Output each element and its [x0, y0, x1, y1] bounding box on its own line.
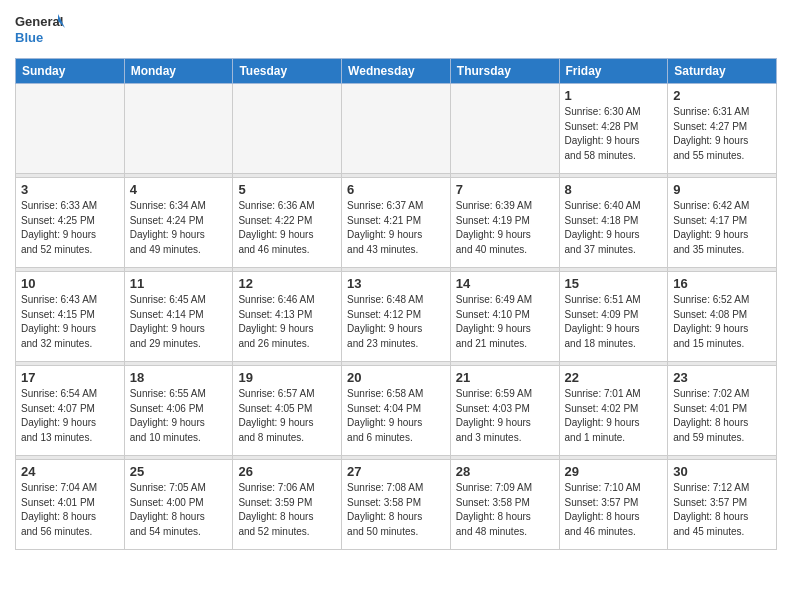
day-info: Sunrise: 6:40 AMSunset: 4:18 PMDaylight:…	[565, 199, 663, 257]
day-number: 7	[456, 182, 554, 197]
day-info: Sunrise: 6:42 AMSunset: 4:17 PMDaylight:…	[673, 199, 771, 257]
day-number: 11	[130, 276, 228, 291]
calendar-day-cell: 21Sunrise: 6:59 AMSunset: 4:03 PMDayligh…	[450, 366, 559, 456]
day-number: 10	[21, 276, 119, 291]
day-info: Sunrise: 6:39 AMSunset: 4:19 PMDaylight:…	[456, 199, 554, 257]
calendar-header-row: SundayMondayTuesdayWednesdayThursdayFrid…	[16, 59, 777, 84]
day-number: 24	[21, 464, 119, 479]
calendar-day-cell: 5Sunrise: 6:36 AMSunset: 4:22 PMDaylight…	[233, 178, 342, 268]
calendar-day-cell: 30Sunrise: 7:12 AMSunset: 3:57 PMDayligh…	[668, 460, 777, 550]
day-number: 2	[673, 88, 771, 103]
svg-text:Blue: Blue	[15, 30, 43, 45]
day-info: Sunrise: 7:10 AMSunset: 3:57 PMDaylight:…	[565, 481, 663, 539]
col-header-wednesday: Wednesday	[342, 59, 451, 84]
day-number: 26	[238, 464, 336, 479]
day-info: Sunrise: 6:43 AMSunset: 4:15 PMDaylight:…	[21, 293, 119, 351]
calendar-day-cell: 15Sunrise: 6:51 AMSunset: 4:09 PMDayligh…	[559, 272, 668, 362]
calendar-day-cell: 6Sunrise: 6:37 AMSunset: 4:21 PMDaylight…	[342, 178, 451, 268]
calendar-day-cell: 27Sunrise: 7:08 AMSunset: 3:58 PMDayligh…	[342, 460, 451, 550]
day-number: 30	[673, 464, 771, 479]
day-number: 19	[238, 370, 336, 385]
day-info: Sunrise: 7:09 AMSunset: 3:58 PMDaylight:…	[456, 481, 554, 539]
calendar-week-row: 1Sunrise: 6:30 AMSunset: 4:28 PMDaylight…	[16, 84, 777, 174]
day-info: Sunrise: 6:52 AMSunset: 4:08 PMDaylight:…	[673, 293, 771, 351]
day-number: 28	[456, 464, 554, 479]
day-info: Sunrise: 6:34 AMSunset: 4:24 PMDaylight:…	[130, 199, 228, 257]
day-info: Sunrise: 6:58 AMSunset: 4:04 PMDaylight:…	[347, 387, 445, 445]
col-header-sunday: Sunday	[16, 59, 125, 84]
calendar-day-cell: 2Sunrise: 6:31 AMSunset: 4:27 PMDaylight…	[668, 84, 777, 174]
day-number: 6	[347, 182, 445, 197]
col-header-tuesday: Tuesday	[233, 59, 342, 84]
calendar-day-cell	[450, 84, 559, 174]
day-info: Sunrise: 7:12 AMSunset: 3:57 PMDaylight:…	[673, 481, 771, 539]
day-number: 21	[456, 370, 554, 385]
calendar-day-cell: 14Sunrise: 6:49 AMSunset: 4:10 PMDayligh…	[450, 272, 559, 362]
calendar-day-cell: 28Sunrise: 7:09 AMSunset: 3:58 PMDayligh…	[450, 460, 559, 550]
day-info: Sunrise: 6:59 AMSunset: 4:03 PMDaylight:…	[456, 387, 554, 445]
day-info: Sunrise: 6:45 AMSunset: 4:14 PMDaylight:…	[130, 293, 228, 351]
calendar-day-cell: 13Sunrise: 6:48 AMSunset: 4:12 PMDayligh…	[342, 272, 451, 362]
col-header-thursday: Thursday	[450, 59, 559, 84]
day-number: 9	[673, 182, 771, 197]
day-number: 29	[565, 464, 663, 479]
day-info: Sunrise: 6:48 AMSunset: 4:12 PMDaylight:…	[347, 293, 445, 351]
calendar-day-cell: 17Sunrise: 6:54 AMSunset: 4:07 PMDayligh…	[16, 366, 125, 456]
calendar-day-cell: 11Sunrise: 6:45 AMSunset: 4:14 PMDayligh…	[124, 272, 233, 362]
calendar-day-cell: 20Sunrise: 6:58 AMSunset: 4:04 PMDayligh…	[342, 366, 451, 456]
col-header-friday: Friday	[559, 59, 668, 84]
calendar-day-cell: 16Sunrise: 6:52 AMSunset: 4:08 PMDayligh…	[668, 272, 777, 362]
logo-icon: General Blue	[15, 10, 65, 52]
day-info: Sunrise: 7:04 AMSunset: 4:01 PMDaylight:…	[21, 481, 119, 539]
calendar-day-cell	[124, 84, 233, 174]
day-info: Sunrise: 6:54 AMSunset: 4:07 PMDaylight:…	[21, 387, 119, 445]
day-info: Sunrise: 7:08 AMSunset: 3:58 PMDaylight:…	[347, 481, 445, 539]
col-header-saturday: Saturday	[668, 59, 777, 84]
day-info: Sunrise: 6:46 AMSunset: 4:13 PMDaylight:…	[238, 293, 336, 351]
svg-text:General: General	[15, 14, 63, 29]
day-info: Sunrise: 6:51 AMSunset: 4:09 PMDaylight:…	[565, 293, 663, 351]
calendar-day-cell: 18Sunrise: 6:55 AMSunset: 4:06 PMDayligh…	[124, 366, 233, 456]
calendar-day-cell: 25Sunrise: 7:05 AMSunset: 4:00 PMDayligh…	[124, 460, 233, 550]
day-info: Sunrise: 6:55 AMSunset: 4:06 PMDaylight:…	[130, 387, 228, 445]
day-info: Sunrise: 7:01 AMSunset: 4:02 PMDaylight:…	[565, 387, 663, 445]
calendar-table: SundayMondayTuesdayWednesdayThursdayFrid…	[15, 58, 777, 550]
calendar-day-cell: 29Sunrise: 7:10 AMSunset: 3:57 PMDayligh…	[559, 460, 668, 550]
page-header: General Blue	[15, 10, 777, 52]
logo: General Blue	[15, 10, 65, 52]
day-info: Sunrise: 6:33 AMSunset: 4:25 PMDaylight:…	[21, 199, 119, 257]
calendar-week-row: 10Sunrise: 6:43 AMSunset: 4:15 PMDayligh…	[16, 272, 777, 362]
calendar-day-cell: 23Sunrise: 7:02 AMSunset: 4:01 PMDayligh…	[668, 366, 777, 456]
calendar-day-cell	[233, 84, 342, 174]
calendar-week-row: 17Sunrise: 6:54 AMSunset: 4:07 PMDayligh…	[16, 366, 777, 456]
calendar-day-cell: 19Sunrise: 6:57 AMSunset: 4:05 PMDayligh…	[233, 366, 342, 456]
calendar-day-cell: 8Sunrise: 6:40 AMSunset: 4:18 PMDaylight…	[559, 178, 668, 268]
calendar-day-cell: 9Sunrise: 6:42 AMSunset: 4:17 PMDaylight…	[668, 178, 777, 268]
day-info: Sunrise: 6:36 AMSunset: 4:22 PMDaylight:…	[238, 199, 336, 257]
calendar-day-cell: 24Sunrise: 7:04 AMSunset: 4:01 PMDayligh…	[16, 460, 125, 550]
day-number: 14	[456, 276, 554, 291]
day-number: 18	[130, 370, 228, 385]
day-number: 8	[565, 182, 663, 197]
day-info: Sunrise: 7:02 AMSunset: 4:01 PMDaylight:…	[673, 387, 771, 445]
calendar-day-cell	[16, 84, 125, 174]
day-number: 22	[565, 370, 663, 385]
calendar-day-cell: 26Sunrise: 7:06 AMSunset: 3:59 PMDayligh…	[233, 460, 342, 550]
day-info: Sunrise: 6:30 AMSunset: 4:28 PMDaylight:…	[565, 105, 663, 163]
day-number: 3	[21, 182, 119, 197]
day-number: 20	[347, 370, 445, 385]
calendar-day-cell: 7Sunrise: 6:39 AMSunset: 4:19 PMDaylight…	[450, 178, 559, 268]
day-number: 25	[130, 464, 228, 479]
day-number: 5	[238, 182, 336, 197]
calendar-day-cell: 12Sunrise: 6:46 AMSunset: 4:13 PMDayligh…	[233, 272, 342, 362]
day-number: 15	[565, 276, 663, 291]
day-number: 13	[347, 276, 445, 291]
day-info: Sunrise: 6:49 AMSunset: 4:10 PMDaylight:…	[456, 293, 554, 351]
calendar-day-cell: 22Sunrise: 7:01 AMSunset: 4:02 PMDayligh…	[559, 366, 668, 456]
day-info: Sunrise: 6:31 AMSunset: 4:27 PMDaylight:…	[673, 105, 771, 163]
calendar-day-cell: 10Sunrise: 6:43 AMSunset: 4:15 PMDayligh…	[16, 272, 125, 362]
calendar-day-cell	[342, 84, 451, 174]
calendar-day-cell: 3Sunrise: 6:33 AMSunset: 4:25 PMDaylight…	[16, 178, 125, 268]
day-info: Sunrise: 7:05 AMSunset: 4:00 PMDaylight:…	[130, 481, 228, 539]
day-number: 23	[673, 370, 771, 385]
